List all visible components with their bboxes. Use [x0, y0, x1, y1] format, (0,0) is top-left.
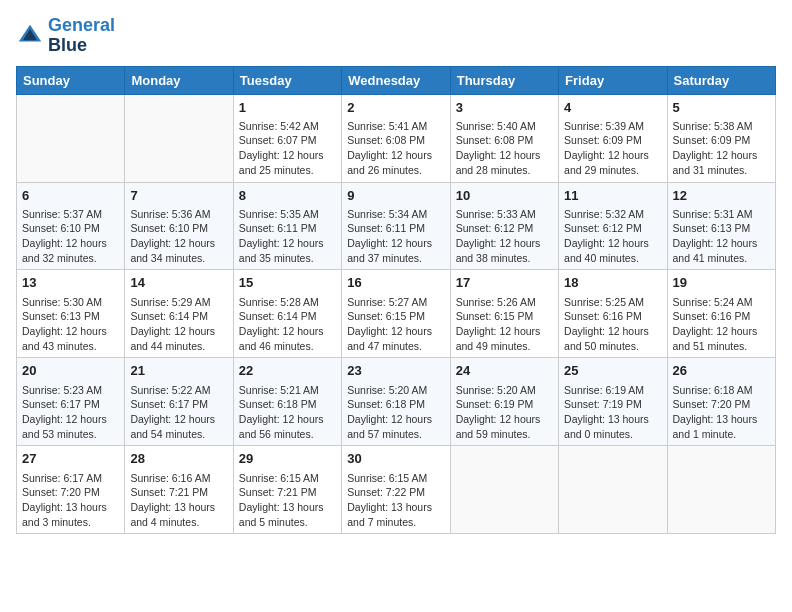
- day-number: 21: [130, 362, 227, 380]
- calendar-day-cell: [125, 94, 233, 182]
- logo-text: General Blue: [48, 16, 115, 56]
- day-number: 12: [673, 187, 770, 205]
- day-number: 10: [456, 187, 553, 205]
- calendar-day-cell: 6Sunrise: 5:37 AM Sunset: 6:10 PM Daylig…: [17, 182, 125, 270]
- day-info: Sunrise: 5:23 AM Sunset: 6:17 PM Dayligh…: [22, 383, 119, 442]
- calendar-day-cell: 7Sunrise: 5:36 AM Sunset: 6:10 PM Daylig…: [125, 182, 233, 270]
- day-info: Sunrise: 5:20 AM Sunset: 6:18 PM Dayligh…: [347, 383, 444, 442]
- weekday-header: Tuesday: [233, 66, 341, 94]
- day-number: 26: [673, 362, 770, 380]
- day-number: 11: [564, 187, 661, 205]
- calendar-day-cell: [17, 94, 125, 182]
- calendar-week-row: 6Sunrise: 5:37 AM Sunset: 6:10 PM Daylig…: [17, 182, 776, 270]
- calendar-day-cell: 21Sunrise: 5:22 AM Sunset: 6:17 PM Dayli…: [125, 358, 233, 446]
- calendar-day-cell: 26Sunrise: 6:18 AM Sunset: 7:20 PM Dayli…: [667, 358, 775, 446]
- day-info: Sunrise: 6:19 AM Sunset: 7:19 PM Dayligh…: [564, 383, 661, 442]
- calendar-day-cell: 18Sunrise: 5:25 AM Sunset: 6:16 PM Dayli…: [559, 270, 667, 358]
- logo: General Blue: [16, 16, 115, 56]
- day-info: Sunrise: 5:35 AM Sunset: 6:11 PM Dayligh…: [239, 207, 336, 266]
- day-number: 15: [239, 274, 336, 292]
- day-number: 28: [130, 450, 227, 468]
- day-info: Sunrise: 5:26 AM Sunset: 6:15 PM Dayligh…: [456, 295, 553, 354]
- calendar-day-cell: 30Sunrise: 6:15 AM Sunset: 7:22 PM Dayli…: [342, 446, 450, 534]
- day-number: 7: [130, 187, 227, 205]
- calendar-day-cell: 1Sunrise: 5:42 AM Sunset: 6:07 PM Daylig…: [233, 94, 341, 182]
- day-info: Sunrise: 5:31 AM Sunset: 6:13 PM Dayligh…: [673, 207, 770, 266]
- day-number: 6: [22, 187, 119, 205]
- calendar-day-cell: 2Sunrise: 5:41 AM Sunset: 6:08 PM Daylig…: [342, 94, 450, 182]
- day-number: 30: [347, 450, 444, 468]
- weekday-header: Thursday: [450, 66, 558, 94]
- day-info: Sunrise: 5:22 AM Sunset: 6:17 PM Dayligh…: [130, 383, 227, 442]
- day-number: 20: [22, 362, 119, 380]
- day-number: 27: [22, 450, 119, 468]
- calendar-table: SundayMondayTuesdayWednesdayThursdayFrid…: [16, 66, 776, 535]
- calendar-day-cell: 24Sunrise: 5:20 AM Sunset: 6:19 PM Dayli…: [450, 358, 558, 446]
- calendar-day-cell: 28Sunrise: 6:16 AM Sunset: 7:21 PM Dayli…: [125, 446, 233, 534]
- day-info: Sunrise: 5:36 AM Sunset: 6:10 PM Dayligh…: [130, 207, 227, 266]
- calendar-day-cell: 20Sunrise: 5:23 AM Sunset: 6:17 PM Dayli…: [17, 358, 125, 446]
- calendar-day-cell: 10Sunrise: 5:33 AM Sunset: 6:12 PM Dayli…: [450, 182, 558, 270]
- day-info: Sunrise: 5:25 AM Sunset: 6:16 PM Dayligh…: [564, 295, 661, 354]
- day-number: 2: [347, 99, 444, 117]
- calendar-week-row: 20Sunrise: 5:23 AM Sunset: 6:17 PM Dayli…: [17, 358, 776, 446]
- calendar-day-cell: 14Sunrise: 5:29 AM Sunset: 6:14 PM Dayli…: [125, 270, 233, 358]
- day-info: Sunrise: 5:24 AM Sunset: 6:16 PM Dayligh…: [673, 295, 770, 354]
- calendar-day-cell: 19Sunrise: 5:24 AM Sunset: 6:16 PM Dayli…: [667, 270, 775, 358]
- weekday-header: Saturday: [667, 66, 775, 94]
- calendar-day-cell: 29Sunrise: 6:15 AM Sunset: 7:21 PM Dayli…: [233, 446, 341, 534]
- day-number: 1: [239, 99, 336, 117]
- day-info: Sunrise: 5:29 AM Sunset: 6:14 PM Dayligh…: [130, 295, 227, 354]
- day-number: 24: [456, 362, 553, 380]
- day-number: 29: [239, 450, 336, 468]
- calendar-day-cell: 17Sunrise: 5:26 AM Sunset: 6:15 PM Dayli…: [450, 270, 558, 358]
- logo-icon: [16, 22, 44, 50]
- day-number: 8: [239, 187, 336, 205]
- weekday-header: Sunday: [17, 66, 125, 94]
- calendar-day-cell: 16Sunrise: 5:27 AM Sunset: 6:15 PM Dayli…: [342, 270, 450, 358]
- day-info: Sunrise: 6:15 AM Sunset: 7:22 PM Dayligh…: [347, 471, 444, 530]
- day-info: Sunrise: 5:21 AM Sunset: 6:18 PM Dayligh…: [239, 383, 336, 442]
- day-info: Sunrise: 5:32 AM Sunset: 6:12 PM Dayligh…: [564, 207, 661, 266]
- day-info: Sunrise: 5:33 AM Sunset: 6:12 PM Dayligh…: [456, 207, 553, 266]
- calendar-day-cell: 22Sunrise: 5:21 AM Sunset: 6:18 PM Dayli…: [233, 358, 341, 446]
- day-number: 22: [239, 362, 336, 380]
- day-info: Sunrise: 5:41 AM Sunset: 6:08 PM Dayligh…: [347, 119, 444, 178]
- day-number: 14: [130, 274, 227, 292]
- day-info: Sunrise: 6:17 AM Sunset: 7:20 PM Dayligh…: [22, 471, 119, 530]
- day-number: 23: [347, 362, 444, 380]
- calendar-week-row: 1Sunrise: 5:42 AM Sunset: 6:07 PM Daylig…: [17, 94, 776, 182]
- calendar-day-cell: 11Sunrise: 5:32 AM Sunset: 6:12 PM Dayli…: [559, 182, 667, 270]
- day-info: Sunrise: 5:40 AM Sunset: 6:08 PM Dayligh…: [456, 119, 553, 178]
- day-info: Sunrise: 6:15 AM Sunset: 7:21 PM Dayligh…: [239, 471, 336, 530]
- calendar-day-cell: 27Sunrise: 6:17 AM Sunset: 7:20 PM Dayli…: [17, 446, 125, 534]
- day-number: 4: [564, 99, 661, 117]
- day-info: Sunrise: 6:16 AM Sunset: 7:21 PM Dayligh…: [130, 471, 227, 530]
- day-info: Sunrise: 5:28 AM Sunset: 6:14 PM Dayligh…: [239, 295, 336, 354]
- day-number: 17: [456, 274, 553, 292]
- day-number: 18: [564, 274, 661, 292]
- calendar-day-cell: 3Sunrise: 5:40 AM Sunset: 6:08 PM Daylig…: [450, 94, 558, 182]
- calendar-day-cell: [450, 446, 558, 534]
- calendar-day-cell: 8Sunrise: 5:35 AM Sunset: 6:11 PM Daylig…: [233, 182, 341, 270]
- calendar-day-cell: [559, 446, 667, 534]
- weekday-header: Wednesday: [342, 66, 450, 94]
- calendar-day-cell: [667, 446, 775, 534]
- day-info: Sunrise: 5:30 AM Sunset: 6:13 PM Dayligh…: [22, 295, 119, 354]
- day-number: 16: [347, 274, 444, 292]
- day-info: Sunrise: 5:34 AM Sunset: 6:11 PM Dayligh…: [347, 207, 444, 266]
- weekday-header: Friday: [559, 66, 667, 94]
- day-info: Sunrise: 5:38 AM Sunset: 6:09 PM Dayligh…: [673, 119, 770, 178]
- calendar-day-cell: 9Sunrise: 5:34 AM Sunset: 6:11 PM Daylig…: [342, 182, 450, 270]
- day-info: Sunrise: 5:42 AM Sunset: 6:07 PM Dayligh…: [239, 119, 336, 178]
- day-info: Sunrise: 5:27 AM Sunset: 6:15 PM Dayligh…: [347, 295, 444, 354]
- calendar-day-cell: 4Sunrise: 5:39 AM Sunset: 6:09 PM Daylig…: [559, 94, 667, 182]
- day-number: 13: [22, 274, 119, 292]
- day-info: Sunrise: 5:20 AM Sunset: 6:19 PM Dayligh…: [456, 383, 553, 442]
- calendar-week-row: 13Sunrise: 5:30 AM Sunset: 6:13 PM Dayli…: [17, 270, 776, 358]
- calendar-day-cell: 23Sunrise: 5:20 AM Sunset: 6:18 PM Dayli…: [342, 358, 450, 446]
- calendar-day-cell: 5Sunrise: 5:38 AM Sunset: 6:09 PM Daylig…: [667, 94, 775, 182]
- day-info: Sunrise: 5:37 AM Sunset: 6:10 PM Dayligh…: [22, 207, 119, 266]
- calendar-day-cell: 25Sunrise: 6:19 AM Sunset: 7:19 PM Dayli…: [559, 358, 667, 446]
- calendar-day-cell: 15Sunrise: 5:28 AM Sunset: 6:14 PM Dayli…: [233, 270, 341, 358]
